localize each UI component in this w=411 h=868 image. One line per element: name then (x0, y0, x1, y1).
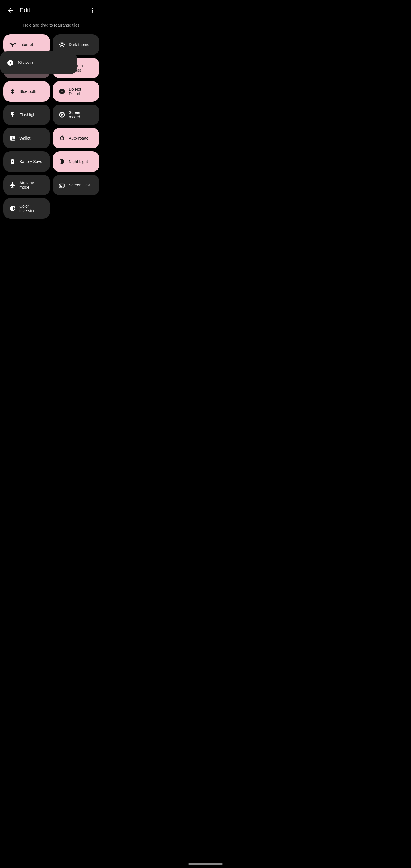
color-inversion-icon (9, 205, 16, 212)
tile-battery-saver-label: Battery Saver (20, 159, 44, 164)
screen-record-icon (59, 111, 65, 118)
tile-screen-record-label: Screen record (69, 110, 94, 119)
tile-bluetooth-label: Bluetooth (20, 89, 36, 94)
tile-airplane-mode-label: Airplane mode (20, 181, 44, 190)
dark-theme-icon (59, 41, 65, 48)
tile-battery-saver[interactable]: Battery Saver (3, 151, 50, 172)
auto-rotate-icon (59, 135, 65, 142)
header-left: Edit (5, 5, 30, 16)
tile-screen-cast[interactable]: Screen Cast (53, 175, 99, 195)
night-light-icon (59, 158, 65, 165)
tile-bluetooth[interactable]: Bluetooth (3, 81, 50, 102)
tile-night-light-label: Night Light (69, 159, 88, 164)
bluetooth-icon (9, 88, 16, 95)
dnd-icon (59, 88, 65, 95)
tile-auto-rotate-label: Auto-rotate (69, 136, 89, 141)
tile-auto-rotate[interactable]: Auto-rotate (53, 128, 99, 149)
tile-wallet-label: Wallet (20, 136, 30, 141)
tile-color-inversion[interactable]: Color inversion (3, 198, 50, 219)
tile-screen-record[interactable]: Screen record (53, 104, 99, 125)
tile-night-light[interactable]: Night Light (53, 151, 99, 172)
tile-wallet[interactable]: Wallet (3, 128, 50, 149)
subtitle-text: Hold and drag to rearrange tiles (0, 18, 103, 34)
tile-dark-theme-label: Dark theme (69, 42, 89, 47)
tile-internet-label: Internet (20, 42, 33, 47)
tiles-grid: Shazam Internet Dark theme access (0, 34, 103, 222)
svg-point-0 (61, 43, 63, 45)
shazam-overlay-tile[interactable]: Shazam (0, 52, 77, 74)
back-button[interactable] (5, 5, 16, 16)
tile-screen-cast-label: Screen Cast (69, 183, 91, 187)
shazam-icon (7, 59, 14, 66)
airplane-icon (9, 182, 16, 188)
header: Edit (0, 0, 103, 18)
battery-saver-icon (9, 158, 16, 165)
tile-flashlight[interactable]: Flashlight (3, 104, 50, 125)
tile-airplane-mode[interactable]: Airplane mode (3, 175, 50, 195)
tile-flashlight-label: Flashlight (20, 113, 36, 117)
wallet-icon (9, 135, 16, 142)
flashlight-icon (9, 111, 16, 118)
tile-do-not-disturb[interactable]: Do Not Disturb (53, 81, 99, 102)
tile-dnd-label: Do Not Disturb (69, 87, 94, 96)
screen-cast-icon (59, 182, 65, 188)
page-title: Edit (20, 6, 30, 14)
wifi-icon (9, 41, 16, 48)
tile-color-inversion-label: Color inversion (20, 204, 44, 213)
shazam-label: Shazam (18, 60, 35, 65)
more-options-button[interactable] (87, 5, 98, 16)
